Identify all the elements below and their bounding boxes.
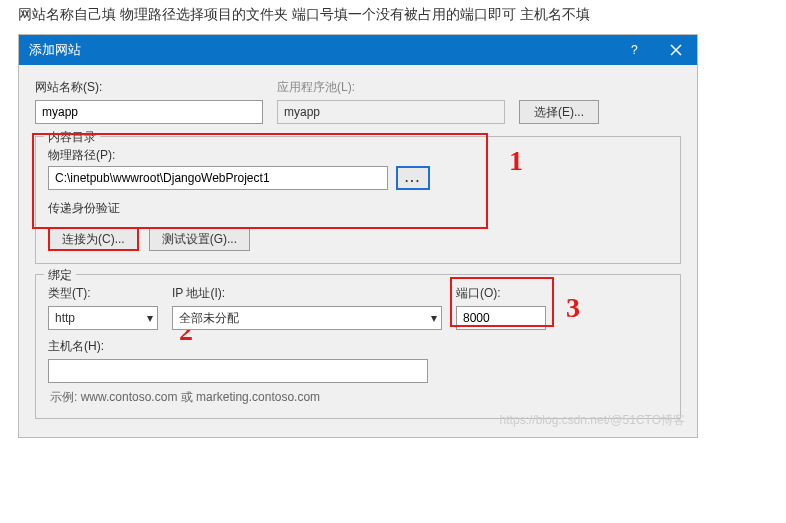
site-name-input[interactable]: [35, 100, 263, 124]
type-select[interactable]: http ▾: [48, 306, 158, 330]
app-pool-label: 应用程序池(L):: [277, 79, 505, 96]
hostname-label: 主机名(H):: [48, 338, 428, 355]
content-directory-group: 内容目录 物理路径(P): ... 传递身份验证 连接为(C)... 测试设置(…: [35, 136, 681, 264]
select-app-pool-button[interactable]: 选择(E)...: [519, 100, 599, 124]
titlebar: 添加网站 ?: [19, 35, 697, 65]
passthrough-auth-label: 传递身份验证: [48, 200, 668, 217]
content-directory-legend: 内容目录: [44, 129, 100, 146]
ip-select[interactable]: 全部未分配 ▾: [172, 306, 442, 330]
annotation-number-3: 3: [566, 292, 580, 324]
chevron-down-icon: ▾: [147, 311, 153, 325]
port-input[interactable]: [456, 306, 546, 330]
connect-as-button[interactable]: 连接为(C)...: [48, 227, 139, 251]
app-pool-field: myapp: [277, 100, 505, 124]
hostname-example: 示例: www.contoso.com 或 marketing.contoso.…: [48, 389, 668, 406]
test-settings-button[interactable]: 测试设置(G)...: [149, 227, 250, 251]
dialog-title: 添加网站: [29, 41, 613, 59]
site-name-label: 网站名称(S):: [35, 79, 263, 96]
add-website-dialog: 添加网站 ? 网站名称(S): 应用程序池(L): myapp 选择(E)...…: [18, 34, 698, 438]
browse-path-button[interactable]: ...: [396, 166, 430, 190]
type-label: 类型(T):: [48, 285, 158, 302]
ip-label: IP 地址(I):: [172, 285, 442, 302]
type-value: http: [55, 311, 75, 325]
hostname-input[interactable]: [48, 359, 428, 383]
svg-text:?: ?: [631, 44, 638, 56]
physical-path-label: 物理路径(P):: [48, 147, 668, 164]
physical-path-input[interactable]: [48, 166, 388, 190]
chevron-down-icon: ▾: [431, 311, 437, 325]
instruction-text: 网站名称自己填 物理路径选择项目的文件夹 端口号填一个没有被占用的端口即可 主机…: [0, 0, 786, 34]
port-label: 端口(O):: [456, 285, 546, 302]
help-button[interactable]: ?: [613, 35, 655, 65]
binding-legend: 绑定: [44, 267, 76, 284]
ip-value: 全部未分配: [179, 310, 239, 327]
binding-group: 绑定 类型(T): http ▾ IP 地址(I): 全部未分配 ▾: [35, 274, 681, 419]
close-button[interactable]: [655, 35, 697, 65]
